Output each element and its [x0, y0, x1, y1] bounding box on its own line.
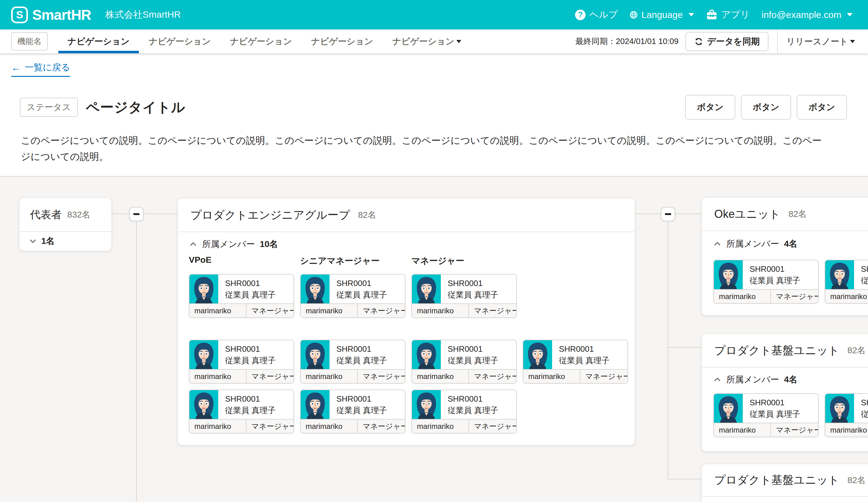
employee-name: 従業員 真理子 — [225, 355, 276, 366]
members-toggle[interactable]: 所属メンバー 4名 — [713, 238, 798, 250]
representative-expand-toggle[interactable]: 1名 — [20, 232, 111, 250]
connector-line — [675, 213, 702, 214]
representative-header: 代表者 832名 — [20, 198, 111, 232]
employee-card[interactable]: SHR0001 従業員 真理子 marimariko マネージャー — [300, 389, 405, 433]
members-toggle[interactable]: 所属メンバー 4名 — [713, 374, 798, 386]
avatar-illustration-icon — [301, 390, 330, 419]
employee-card-main: SHR0001 従業員 真理子 — [189, 340, 293, 369]
page-action-button-1[interactable]: ボタン — [685, 95, 735, 119]
avatar-illustration-icon — [301, 340, 330, 369]
globe-icon — [630, 11, 638, 19]
employee-card-main: SHR0001 従業員 真理子 — [523, 340, 628, 369]
nav-tab-4[interactable]: ナビゲーション — [302, 30, 383, 53]
employee-card-main: SHR0001 従業員 真理子 — [301, 274, 405, 303]
account-menu[interactable]: info@example.com — [762, 10, 852, 20]
employee-card-footer: marimariko マネージャー — [714, 289, 818, 303]
release-notes-menu[interactable]: リリースノート — [786, 36, 855, 48]
nav-tab-5-dropdown[interactable]: ナビゲーション — [383, 30, 471, 53]
employee-card-footer: marimariko マネージャー — [301, 419, 405, 433]
apps-menu[interactable]: アプリ — [706, 8, 750, 21]
employee-row: SHR0001 従業員 真理子 marimariko マネージャー SHR000… — [713, 393, 868, 437]
feature-name-badge: 機能名 — [11, 32, 48, 51]
group-title: プロダクトエンジニアグループ — [190, 208, 350, 223]
representative-member-count: 1名 — [41, 235, 55, 247]
employee-card[interactable]: SHR0001 従業員 真理子 marimariko マネージャー — [713, 260, 819, 304]
help-icon: ? — [575, 10, 586, 20]
employee-name: 従業員 真理子 — [336, 405, 387, 416]
employee-id: SHR0001 — [448, 343, 498, 355]
avatar-illustration-icon — [412, 274, 441, 303]
collapse-button[interactable] — [661, 207, 675, 221]
employee-card[interactable]: SHR0001 従業員 真理子 marimariko マネージャー — [189, 274, 294, 318]
employee-role: マネージャー — [468, 420, 516, 433]
org-node-representative[interactable]: 代表者 832名 1名 — [19, 198, 112, 251]
logo-letter: S — [16, 9, 23, 21]
collapse-button[interactable] — [129, 207, 144, 221]
employee-avatar — [714, 394, 743, 423]
employee-card-footer: marimariko マネージャー — [714, 423, 818, 437]
employee-role: マネージャー — [246, 304, 293, 317]
employee-card[interactable]: SHR0001 従業員 真理子 marimariko マネージャー — [411, 389, 517, 433]
members-toggle[interactable]: 所属メンバー 10名 — [189, 238, 278, 250]
members-count: 10名 — [260, 238, 278, 250]
employee-card[interactable]: SHR0001 従業員 真理子 marimariko マネージャー — [713, 393, 819, 437]
language-menu[interactable]: Language — [630, 10, 694, 20]
employee-username: marimariko — [189, 370, 246, 383]
employee-info: SHR0001 従業員 真理子 — [552, 340, 609, 369]
employee-card[interactable]: SHR0001 従業員 真理子 marimariko マネージャー — [300, 339, 405, 384]
avatar-illustration-icon — [189, 274, 218, 303]
connector-line — [136, 221, 137, 502]
sync-data-button[interactable]: データを同期 — [685, 32, 768, 51]
brand-text: SmartHR — [32, 7, 91, 23]
page-title: ページタイトル — [86, 98, 185, 116]
connector-line — [668, 479, 702, 479]
left-arrow-icon: ← — [11, 62, 21, 73]
help-menu[interactable]: ? ヘルプ — [575, 8, 618, 21]
employee-card[interactable]: SHR0001 従業員 真理子 marimariko マネージャー — [411, 274, 517, 318]
employee-username: marimariko — [714, 423, 770, 437]
status-badge: ステータス — [20, 98, 78, 117]
page-action-button-2[interactable]: ボタン — [741, 95, 791, 119]
back-to-list-link[interactable]: ← 一覧に戻る — [11, 61, 70, 77]
back-link-label: 一覧に戻る — [25, 61, 70, 74]
release-notes-label: リリースノート — [786, 36, 848, 48]
employee-card[interactable]: SHR0001 従業員 真理子 marimariko マネージャー — [189, 339, 294, 384]
employee-card[interactable]: SHR0001 従業員 真理子 marimariko マネージャー — [523, 339, 628, 384]
employee-info: SHR0001 従業員 真理子 — [743, 394, 800, 423]
help-label: ヘルプ — [589, 8, 618, 21]
employee-card[interactable]: SHR0001 従業員 真理子 marimariko マネージャー — [411, 339, 517, 384]
employee-card[interactable]: SHR0001 従業員 真理子 marimariko マネージャー — [300, 274, 405, 318]
members-count: 4名 — [784, 374, 798, 386]
employee-name: 従業員 真理子 — [448, 355, 498, 366]
employee-card[interactable]: SHR0001 従業員 真理子 marimariko マネージャー — [189, 389, 294, 433]
chevron-down-icon — [456, 40, 461, 43]
employee-username: marimariko — [301, 420, 357, 433]
employee-info: SHR0001 従業員 真理子 — [854, 260, 868, 289]
nav-tab-label: ナビゲーション — [230, 36, 292, 48]
employee-card[interactable]: SHR0001 従業員 真理子 marimariko マネージャー — [825, 260, 868, 304]
nav-tab-3[interactable]: ナビゲーション — [221, 30, 301, 53]
nav-tab-1[interactable]: ナビゲーション — [58, 30, 139, 53]
employee-name: 従業員 真理子 — [336, 355, 387, 366]
chevron-up-icon — [713, 240, 721, 248]
employee-card-footer: marimariko マネージャー — [523, 369, 628, 383]
representative-count: 832名 — [67, 209, 91, 221]
employee-name: 従業員 真理子 — [336, 289, 387, 301]
avatar-illustration-icon — [189, 390, 218, 419]
employee-username: marimariko — [301, 370, 357, 383]
employee-card-footer: marimariko マネージャー — [412, 419, 516, 433]
page-action-button-3[interactable]: ボタン — [797, 95, 847, 119]
smarthr-logo[interactable]: S SmartHR — [11, 7, 91, 23]
employee-card-footer: marimariko マネージャー — [825, 423, 868, 437]
employee-id: SHR0001 — [750, 263, 800, 275]
employee-info: SHR0001 従業員 真理子 — [218, 340, 276, 369]
employee-card[interactable]: SHR0001 従業員 真理子 marimariko マネージャー — [825, 393, 868, 437]
group-header: プロダクト基盤ユニット 82名 — [702, 464, 868, 497]
employee-card-main: SHR0001 従業員 真理子 — [189, 274, 293, 303]
employee-avatar — [189, 390, 218, 419]
employee-username: marimariko — [825, 423, 868, 437]
smarthr-org-chart-screen: S SmartHR 株式会社SmartHR ? ヘルプ Language アプリ… — [0, 0, 868, 502]
nav-tab-2[interactable]: ナビゲーション — [140, 30, 220, 53]
connector-line — [635, 213, 661, 214]
refresh-icon — [694, 37, 703, 46]
